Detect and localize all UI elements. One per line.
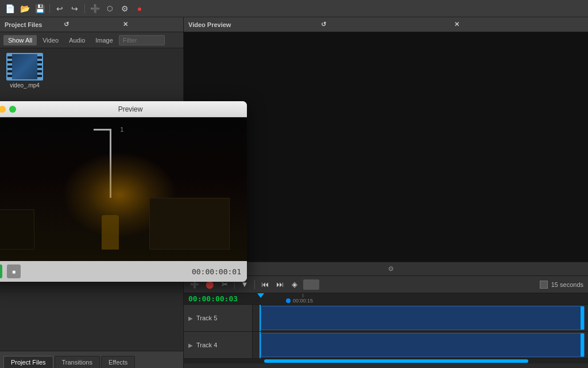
preview-window-title: Preview xyxy=(20,105,241,113)
thumb-strips-left xyxy=(7,54,12,79)
tab-video[interactable]: Video xyxy=(38,35,63,45)
video-scene: 1 xyxy=(0,117,247,261)
scene-figure xyxy=(102,215,119,250)
thumb-inner xyxy=(7,54,42,79)
bottom-tabs: Project Files Transitions Effects xyxy=(0,351,183,368)
tab-image[interactable]: Image xyxy=(91,35,118,45)
play-button[interactable]: ▶ xyxy=(0,264,2,278)
tab-transitions[interactable]: Transitions xyxy=(55,356,100,368)
timeline-scrollbar-thumb[interactable] xyxy=(264,359,528,363)
preview-timecode: 00:00:00:01 xyxy=(192,267,241,276)
track-5-right-accent xyxy=(581,306,584,329)
scene-building-1 xyxy=(149,198,230,250)
file-thumbnail xyxy=(6,53,43,80)
stop-button[interactable]: ■ xyxy=(7,264,21,278)
preview-window-controls: ▶ ■ 00:00:00:01 xyxy=(0,261,247,282)
ruler-mark-1-label: 00:00:15 xyxy=(293,298,313,304)
save-button[interactable]: 💾 xyxy=(33,2,46,15)
close-panel-icon[interactable]: ✕ xyxy=(123,21,179,28)
zoom-control: 15 seconds xyxy=(540,281,583,289)
window-maximize-button[interactable] xyxy=(9,106,16,113)
track-5-clip[interactable] xyxy=(261,306,585,330)
toolbar-sep-1 xyxy=(49,4,50,13)
thumb-strips-right xyxy=(37,54,42,79)
tab-audio[interactable]: Audio xyxy=(64,35,90,45)
track-4-name: Track 4 xyxy=(196,342,217,348)
file-item-video[interactable]: video_.mp4 xyxy=(5,53,45,89)
ripple-button[interactable]: ◈ xyxy=(288,278,301,291)
timeline-ruler[interactable]: 00:00:00:03 00:00:15 00:02:00 00:02:15 0… xyxy=(184,293,588,305)
filter-input[interactable] xyxy=(119,35,165,45)
track-4-chevron[interactable]: ▶ xyxy=(188,342,193,348)
track-5-playhead xyxy=(260,305,261,331)
zoom-checkbox[interactable] xyxy=(540,281,548,289)
track-5-label: ▶ Track 5 xyxy=(184,305,253,331)
project-files-header: Project Files ↺ ✕ xyxy=(0,17,183,32)
scene-frame-number: 1 xyxy=(120,126,123,133)
tl-sep-2 xyxy=(254,280,255,289)
track-4-right-accent xyxy=(581,334,584,356)
toolbar-sep-2 xyxy=(84,4,85,13)
refresh-icon[interactable]: ↺ xyxy=(64,21,119,28)
open-button[interactable]: 📂 xyxy=(18,2,31,15)
export-button[interactable]: ⬡ xyxy=(103,2,116,15)
tracks-area: ▶ Track 5 ▶ Track 4 xyxy=(184,305,588,359)
project-files-title: Project Files xyxy=(5,21,60,28)
clip-button[interactable] xyxy=(303,279,319,290)
track-5-row: ▶ Track 5 xyxy=(184,305,588,332)
track-4-clip[interactable] xyxy=(261,333,585,357)
scene-building-2 xyxy=(0,209,34,250)
zoom-label: 15 seconds xyxy=(551,281,583,288)
playhead-triangle xyxy=(257,293,264,298)
undo-button[interactable]: ↩ xyxy=(53,2,66,15)
track-5-name: Track 5 xyxy=(196,315,217,321)
video-preview-header: Video Preview ↺ ✕ xyxy=(184,17,588,32)
timeline-scrollbar[interactable] xyxy=(184,359,588,363)
prev-marker-button[interactable]: ⏮ xyxy=(258,278,271,291)
redo-button[interactable]: ↪ xyxy=(68,2,81,15)
preview-window: Preview xyxy=(0,101,247,282)
tab-show-all[interactable]: Show All xyxy=(3,35,37,45)
preview-window-content: 1 xyxy=(0,117,247,261)
timeline-timecode: 00:00:00:03 xyxy=(188,294,238,303)
right-panel: Video Preview ↺ ✕ 📷 Preview xyxy=(184,17,588,368)
preview-close-icon[interactable]: ✕ xyxy=(454,21,583,28)
preview-window-titlebar: Preview xyxy=(0,101,247,117)
track-4-playhead xyxy=(260,332,261,358)
next-marker-button[interactable]: ⏭ xyxy=(273,278,286,291)
video-preview-title: Video Preview xyxy=(188,21,318,28)
track-4-content[interactable] xyxy=(253,332,588,358)
tab-project-files[interactable]: Project Files xyxy=(3,356,53,368)
track-5-content[interactable] xyxy=(253,305,588,331)
ruler-mark-1: 00:00:15 xyxy=(293,294,313,304)
file-name: video_.mp4 xyxy=(10,82,40,89)
track-4-row: ▶ Track 4 xyxy=(184,332,588,359)
main-area: Project Files ↺ ✕ Show All Video Audio I… xyxy=(0,17,588,368)
window-minimize-button[interactable] xyxy=(0,106,6,113)
tab-effects[interactable]: Effects xyxy=(101,356,135,368)
track-4-label: ▶ Track 4 xyxy=(184,332,253,358)
scene-crossbar xyxy=(94,129,111,131)
preview-options-icon[interactable]: ↺ xyxy=(321,21,450,28)
track-5-chevron[interactable]: ▶ xyxy=(188,315,193,321)
filter-tabs: Show All Video Audio Image xyxy=(0,32,183,48)
record-button[interactable]: ● xyxy=(133,2,146,15)
timeline-marker-blue xyxy=(286,298,291,303)
timeline-options-icon[interactable]: ⊙ xyxy=(388,265,583,273)
main-toolbar: 📄 📂 💾 ↩ ↪ ➕ ⬡ ⚙ ● xyxy=(0,0,588,17)
new-button[interactable]: 📄 xyxy=(3,2,16,15)
settings-button[interactable]: ⚙ xyxy=(118,2,131,15)
add-button[interactable]: ➕ xyxy=(88,2,101,15)
